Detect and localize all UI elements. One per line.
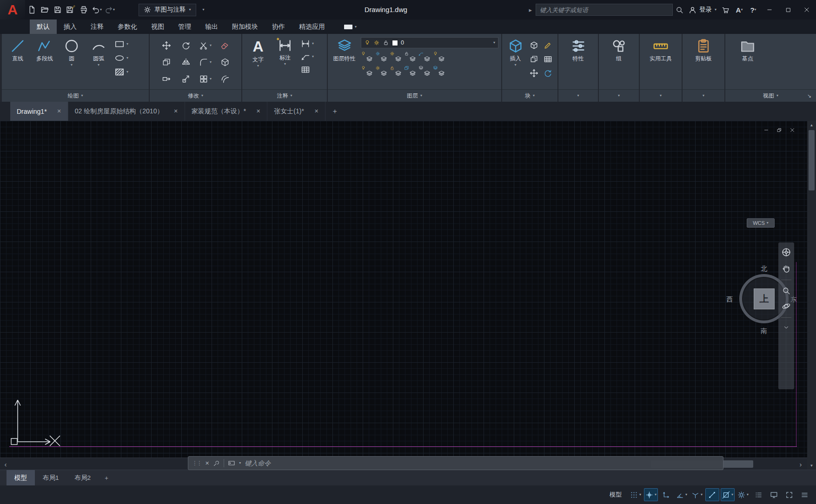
block-editor-tool[interactable] [544,55,552,64]
group-tool[interactable]: 组 [606,36,632,89]
redo-button[interactable]: ▾ [103,3,116,17]
layer-merge-tool[interactable] [433,65,445,77]
workspace-switching-button[interactable]: ▾ [736,488,750,501]
new-drawing-tab-button[interactable]: ＋ [325,102,344,121]
ribbon-tab-output[interactable]: 输出 [198,20,225,34]
fillet-caret[interactable]: ▾ [210,60,212,64]
ribbon-tab-view[interactable]: 视图 [144,20,171,34]
layer-freeze-tool[interactable] [390,51,402,63]
polar-tracking-button[interactable]: ▾ [675,488,689,501]
layer-lock-tool[interactable] [404,51,417,63]
panel-block-strip[interactable]: 块▾ [502,89,557,102]
redo-caret-icon[interactable]: ▾ [113,8,115,12]
undo-button[interactable]: ▾ [90,3,103,17]
orbit-icon[interactable] [782,301,791,311]
set-base-point-tool[interactable] [530,69,538,78]
navigation-wheel-icon[interactable] [781,247,791,257]
model-space-button[interactable]: 模型 [604,491,627,499]
circle-caret[interactable]: ▾ [71,63,73,67]
ellipse-tool[interactable]: ▾ [114,53,128,63]
graphics-performance-button[interactable] [767,488,781,501]
command-bar-grip[interactable]: ⋮⋮ [192,460,201,466]
layer-off-tool[interactable] [361,51,373,63]
polyline-tool[interactable]: 多段线 [32,36,58,89]
workspace-selector[interactable]: 草图与注释 ▾ [139,4,196,16]
zoom-icon[interactable] [782,287,790,295]
search-input[interactable] [540,7,669,13]
search-button[interactable] [673,3,687,17]
window-close-button[interactable] [797,0,816,20]
viewport-close-icon[interactable] [789,127,795,133]
leader-caret[interactable]: ▾ [312,55,314,59]
layer-isolate-tool[interactable] [375,51,388,63]
layer-thaw-all-tool[interactable] [375,65,388,77]
command-input[interactable] [245,459,719,467]
grid-caret[interactable]: ▾ [639,493,641,497]
clean-screen-button[interactable] [782,488,796,501]
file-tab-client[interactable]: 张女士(1)* ✕ [267,102,325,121]
sign-in-button[interactable]: 登录 ▾ [689,6,716,14]
ribbon-tab-parametric[interactable]: 参数化 [111,20,144,34]
scroll-down-arrow[interactable]: ▼ [807,461,816,470]
offset-tool[interactable] [220,74,230,84]
ribbon-tab-insert[interactable]: 插入 [57,20,84,34]
ortho-mode-button[interactable] [659,488,673,501]
layout-tab-model[interactable]: 模型 [7,470,35,485]
layer-on-all-tool[interactable] [361,65,373,77]
array-caret[interactable]: ▾ [210,77,212,81]
file-tab-close-icon[interactable]: ✕ [173,108,178,114]
copy-tool[interactable] [162,58,171,67]
file-tab-home-spec[interactable]: 家装规范（本设）* ✕ [185,102,268,121]
linear-dimension-caret[interactable]: ▾ [312,42,314,46]
viewport-restore-icon[interactable] [776,127,782,133]
insert-block-caret[interactable]: ▾ [514,63,516,67]
base-view-tool[interactable]: 基点 [735,36,761,89]
layer-dropdown[interactable]: 0 ▾ [361,37,498,48]
ribbon-launcher-icon[interactable]: ↘ [807,93,811,99]
object-snap-caret[interactable]: ▾ [731,493,733,497]
rectangle-caret[interactable]: ▾ [126,42,128,46]
viewport-minimize-icon[interactable] [763,127,769,133]
text-tool[interactable]: A 文字 ▾ [245,36,271,89]
navbar-more-icon[interactable] [783,324,789,331]
vertical-scrollbar[interactable]: ▲ ▼ [807,121,816,470]
paste-tool[interactable]: 剪贴板 [690,36,716,89]
trim-caret[interactable]: ▾ [210,44,212,47]
move-tool[interactable] [162,41,171,50]
qat-customize-caret[interactable]: ▾ [203,8,205,12]
ribbon-tab-collaborate[interactable]: 协作 [265,20,292,34]
panel-clipboard-strip[interactable]: ▾ [683,89,724,102]
search-expand-arrow[interactable]: ▸ [529,7,532,13]
layout-tab-layout1[interactable]: 布局1 [35,470,67,485]
panel-layers-strip[interactable]: 图层▾ [328,89,501,102]
insert-block-tool[interactable]: 插入 ▾ [505,36,526,89]
app-store-button[interactable] [718,3,732,17]
panel-draw-strip[interactable]: 绘图▾ [2,89,149,102]
layer-dropdown-caret[interactable]: ▾ [493,41,495,45]
layer-thaw-sun-icon[interactable] [373,39,380,46]
file-tab-drawing1[interactable]: Drawing1* ✕ [10,102,68,121]
command-history-caret[interactable]: ▾ [239,461,241,465]
pan-hand-icon[interactable] [782,264,791,273]
isometric-drafting-button[interactable]: ▾ [690,488,704,501]
scroll-up-arrow[interactable]: ▲ [807,121,816,129]
layer-properties-tool[interactable]: 图层特性 [331,36,358,89]
layout-tab-layout2[interactable]: 布局2 [67,470,99,485]
scale-tool[interactable] [181,74,191,84]
isodraft-caret[interactable]: ▾ [701,493,703,497]
ribbon-tab-featured[interactable]: 精选应用 [292,20,332,34]
layer-unlock-all-tool[interactable] [390,65,402,77]
layer-on-bulb-icon[interactable] [364,39,371,46]
layer-make-current-tool[interactable] [433,51,445,63]
vertical-scroll-thumb[interactable] [809,130,815,190]
layer-unlock-icon[interactable] [383,39,389,46]
layer-walk-tool[interactable] [418,65,431,77]
polar-caret[interactable]: ▾ [685,493,687,497]
sync-attributes-tool[interactable] [544,69,552,78]
save-button[interactable] [51,3,64,17]
create-block-tool[interactable] [544,41,552,50]
rotate-tool[interactable] [181,41,191,50]
wcs-dropdown[interactable]: WCS ▾ [747,218,775,228]
undo-caret-icon[interactable]: ▾ [100,8,102,12]
panel-view-strip[interactable]: 视图 ▾ ↘ [725,89,816,102]
